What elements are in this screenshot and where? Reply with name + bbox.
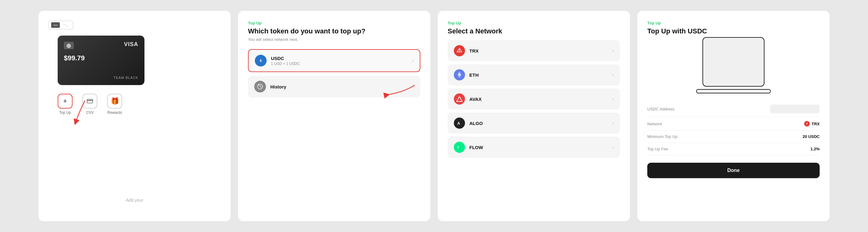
eth-chevron: › [612, 72, 614, 78]
fee-value: 1.2% [810, 147, 819, 151]
qr-code [703, 37, 765, 87]
flow-name: FLOW [469, 145, 483, 150]
panel2-title: Which token do you want to top up? [248, 27, 421, 35]
usdc-chevron: › [412, 58, 413, 64]
algo-icon: A [454, 118, 465, 129]
panel4-title: Top Up with USDC [647, 27, 819, 35]
algo-name: ALGO [469, 121, 483, 126]
add-your-text: Add your [126, 198, 143, 203]
panel3-title: Select a Network [447, 27, 620, 35]
svg-text:f: f [458, 145, 459, 149]
done-button[interactable]: Done [647, 163, 819, 178]
panel2-top-up-label: Top Up [248, 21, 421, 25]
card-balance: $99.79 [64, 54, 138, 62]
panel-topup-usdc: Top Up Top Up with USDC USDC Address Net… [638, 11, 830, 221]
avax-chevron: › [612, 96, 614, 102]
address-row: USDC Address [647, 101, 819, 117]
network-name: TRX [812, 122, 819, 126]
network-trx[interactable]: TRX › [447, 40, 620, 61]
usdc-left: $ USDC 1 USD = 1 USDC [255, 55, 300, 67]
network-algo[interactable]: A ALGO › [447, 113, 620, 133]
card-selector[interactable]: ⌃⌄ [49, 21, 73, 29]
arrow-annotation-2 [384, 79, 421, 104]
network-flow[interactable]: f FLOW › [447, 137, 620, 158]
rewards-label: Rewards [107, 110, 122, 115]
panel-token: Top Up Which token do you want to top up… [238, 11, 430, 221]
usdc-token-option[interactable]: $ USDC 1 USD = 1 USDC › [248, 49, 421, 72]
address-value [770, 105, 819, 113]
usdc-sub: 1 USD = 1 USDC [271, 62, 300, 66]
avax-icon [454, 93, 465, 105]
min-topup-label: Minimum Top Up [647, 134, 677, 139]
avax-name: AVAX [469, 96, 482, 102]
panel2-subtitle: You will select network next. [248, 37, 421, 42]
trx-chevron: › [612, 48, 614, 53]
flow-chevron: › [612, 145, 614, 150]
usdc-name: USDC [271, 56, 300, 61]
flow-icon: f [454, 142, 465, 153]
trx-name: TRX [469, 48, 478, 53]
network-list: TRX › ETH › AVAX › [447, 40, 620, 158]
card-mini-icon [51, 22, 60, 28]
eth-name: ETH [469, 72, 478, 78]
qr-bottom-bar [696, 89, 771, 93]
panel-card: ⌃⌄ ⬤ VISA $99.79 TEAM BLACK + Top Up CVV… [38, 11, 230, 221]
min-topup-value: 20 USDC [803, 134, 819, 139]
visa-label: VISA [124, 41, 138, 48]
fee-row: Top Up Fee 1.2% [647, 143, 819, 155]
panel-network: Top Up Select a Network TRX › ETH › [438, 11, 630, 221]
history-name: History [270, 84, 286, 89]
trx-badge: T [804, 121, 810, 126]
rewards-button[interactable]: 🎁 Rewards [107, 94, 122, 115]
usdc-icon: $ [255, 55, 267, 67]
arrow-annotation-1 [66, 98, 91, 128]
fee-label: Top Up Fee [647, 147, 668, 151]
address-label: USDC Address [647, 107, 674, 111]
svg-marker-10 [457, 96, 462, 102]
card-team: TEAM BLACK [114, 76, 138, 79]
panel4-top-up-label: Top Up [647, 21, 819, 25]
rewards-icon: 🎁 [107, 94, 122, 109]
trx-icon [454, 45, 465, 56]
svg-text:A: A [457, 121, 460, 126]
history-left: History [254, 81, 286, 92]
network-avax[interactable]: AVAX › [447, 88, 620, 110]
chevron-updown-icon: ⌃⌄ [63, 24, 68, 27]
network-row: Network T TRX [647, 117, 819, 130]
svg-text:$: $ [260, 59, 261, 63]
eth-icon [454, 69, 465, 80]
algo-chevron: › [612, 120, 614, 126]
history-icon [254, 81, 266, 92]
network-value: T TRX [804, 121, 819, 126]
network-label: Network [647, 122, 662, 126]
chip-icon: ⬤ [64, 42, 74, 49]
panel3-top-up-label: Top Up [447, 21, 620, 25]
min-topup-row: Minimum Top Up 20 USDC [647, 130, 819, 143]
visa-card: ⬤ VISA $99.79 TEAM BLACK [58, 36, 145, 85]
network-eth[interactable]: ETH › [447, 64, 620, 85]
